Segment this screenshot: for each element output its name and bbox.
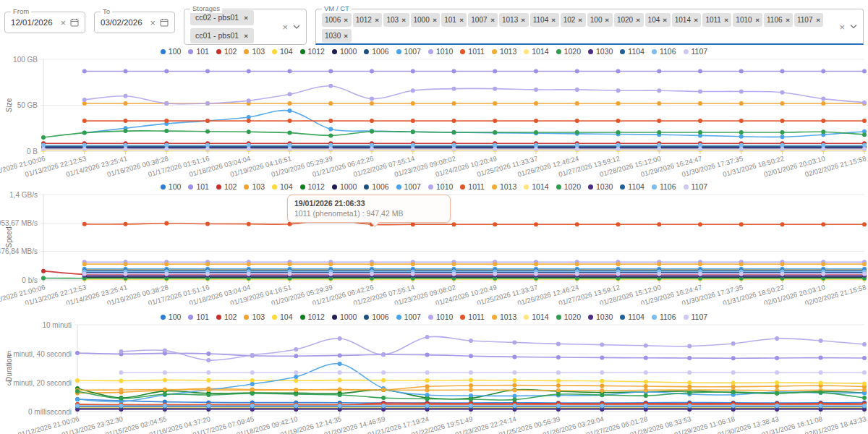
chip-remove-icon[interactable]: × [816,15,820,25]
legend-item-1013[interactable]: 1013 [492,182,516,191]
legend-item-1020[interactable]: 1020 [556,182,581,191]
chip-remove-icon[interactable]: × [724,15,728,25]
vmct-chip[interactable]: 102× [561,13,586,27]
chip-remove-icon[interactable]: × [244,13,248,22]
vmct-chip[interactable]: 1106× [764,13,793,27]
chip-remove-icon[interactable]: × [755,15,760,25]
vmct-chip[interactable]: 1010× [733,13,762,27]
vmct-chip[interactable]: 1007× [468,13,498,27]
chip-remove-icon[interactable]: × [786,15,790,25]
legend-item-1000[interactable]: 1000 [332,47,357,56]
legend-item-1014[interactable]: 1014 [524,312,548,321]
duration-chart-plot[interactable]: 0 millisecondi3 minuti, 20 secondi6 minu… [0,322,868,434]
clear-all-icon[interactable]: × [282,22,288,32]
legend-item-1006[interactable]: 1006 [364,182,388,191]
date-to-input[interactable] [101,18,145,27]
legend-item-101[interactable]: 101 [188,47,209,56]
legend-item-1007[interactable]: 1007 [396,312,421,321]
legend-item-1012[interactable]: 1012 [300,47,325,56]
vmct-chip[interactable]: 104× [645,13,671,27]
legend-item-1014[interactable]: 1014 [524,47,548,56]
legend-item-1013[interactable]: 1013 [492,312,516,321]
vmct-chip[interactable]: 1107× [794,13,823,27]
legend-item-1030[interactable]: 1030 [588,182,613,191]
clear-icon[interactable]: × [150,18,156,27]
legend-item-1000[interactable]: 1000 [332,312,357,321]
vmct-chip[interactable]: 1006× [322,13,352,27]
legend-item-102[interactable]: 102 [216,47,237,56]
chip-remove-icon[interactable]: × [344,15,349,25]
legend-item-1107[interactable]: 1107 [684,47,708,56]
chip-remove-icon[interactable]: × [490,15,495,25]
chip-remove-icon[interactable]: × [375,15,379,25]
legend-item-1007[interactable]: 1007 [396,47,421,56]
vmct-chip[interactable]: 100× [587,13,613,27]
vmct-chip[interactable]: 1000× [411,13,441,27]
vmct-chip[interactable]: 1030× [322,29,352,43]
legend-item-1013[interactable]: 1013 [492,47,516,56]
legend-item-1020[interactable]: 1020 [556,47,581,56]
legend-item-100[interactable]: 100 [161,312,182,321]
legend-item-1007[interactable]: 1007 [396,182,421,191]
legend-item-101[interactable]: 101 [188,312,209,321]
legend-item-1011[interactable]: 1011 [460,47,485,56]
legend-item-1020[interactable]: 1020 [556,312,581,321]
legend-item-1012[interactable]: 1012 [300,182,325,191]
legend-item-1011[interactable]: 1011 [460,182,485,191]
chip-remove-icon[interactable]: × [579,15,583,25]
vmct-chip[interactable]: 1104× [530,13,559,27]
storages-field[interactable]: Storages cc02 - pbs01×cc01 - pbs01× × [184,9,307,45]
chip-remove-icon[interactable]: × [636,15,640,25]
vmct-chip[interactable]: 103× [383,13,409,27]
vmct-chip[interactable]: 1012× [353,13,383,27]
legend-item-100[interactable]: 100 [161,47,182,56]
legend-item-1107[interactable]: 1107 [684,182,708,191]
chip-remove-icon[interactable]: × [401,15,406,25]
legend-item-1106[interactable]: 1106 [652,312,676,321]
legend-item-1010[interactable]: 1010 [428,182,453,191]
vmct-chip[interactable]: 1020× [614,13,644,27]
legend-item-1011[interactable]: 1011 [460,312,485,321]
calendar-icon[interactable] [160,18,169,27]
legend-item-1030[interactable]: 1030 [588,312,613,321]
chevron-down-icon[interactable] [293,25,300,29]
vmct-chip[interactable]: 101× [441,13,467,27]
legend-item-1000[interactable]: 1000 [332,182,357,191]
vmct-chip[interactable]: 1013× [499,13,529,27]
legend-item-103[interactable]: 103 [244,182,265,191]
chip-remove-icon[interactable]: × [663,15,668,25]
clear-icon[interactable]: × [60,18,66,27]
legend-item-1104[interactable]: 1104 [620,182,644,191]
legend-item-1107[interactable]: 1107 [684,312,708,321]
chevron-down-icon[interactable] [850,25,857,29]
clear-all-icon[interactable]: × [839,22,845,31]
date-from-field[interactable]: From × [4,12,85,33]
chip-remove-icon[interactable]: × [522,15,526,25]
vmct-chip[interactable]: 1011× [702,13,731,27]
speed-chart-plot[interactable]: 0 b/s476,84 MB/s953,67 MB/s1,4 GB/s01/12… [0,192,868,305]
legend-item-1014[interactable]: 1014 [524,182,548,191]
legend-item-1106[interactable]: 1106 [652,47,676,56]
legend-item-1106[interactable]: 1106 [652,182,676,191]
legend-item-1030[interactable]: 1030 [588,47,613,56]
legend-item-1006[interactable]: 1006 [364,312,388,321]
chip-remove-icon[interactable]: × [552,15,556,25]
legend-item-1006[interactable]: 1006 [364,47,388,56]
legend-item-101[interactable]: 101 [188,182,209,191]
legend-item-1010[interactable]: 1010 [428,47,453,56]
legend-item-102[interactable]: 102 [216,312,237,321]
legend-item-1012[interactable]: 1012 [300,312,325,321]
date-to-field[interactable]: To × [94,12,175,33]
chip-remove-icon[interactable]: × [433,15,437,25]
chip-remove-icon[interactable]: × [605,15,610,25]
legend-item-1104[interactable]: 1104 [620,312,644,321]
size-chart-canvas[interactable]: 0 B50 GB100 GB01/12/2026 21:00:0601/13/2… [0,56,868,177]
legend-item-102[interactable]: 102 [216,182,237,191]
size-chart-plot[interactable]: 0 B50 GB100 GB01/12/2026 21:00:0601/13/2… [0,56,868,177]
legend-item-1104[interactable]: 1104 [620,47,644,56]
legend-item-104[interactable]: 104 [272,47,293,56]
vmct-chip[interactable]: 1014× [672,13,702,27]
legend-item-104[interactable]: 104 [272,312,293,321]
legend-item-100[interactable]: 100 [161,182,182,191]
chip-remove-icon[interactable]: × [694,15,698,25]
